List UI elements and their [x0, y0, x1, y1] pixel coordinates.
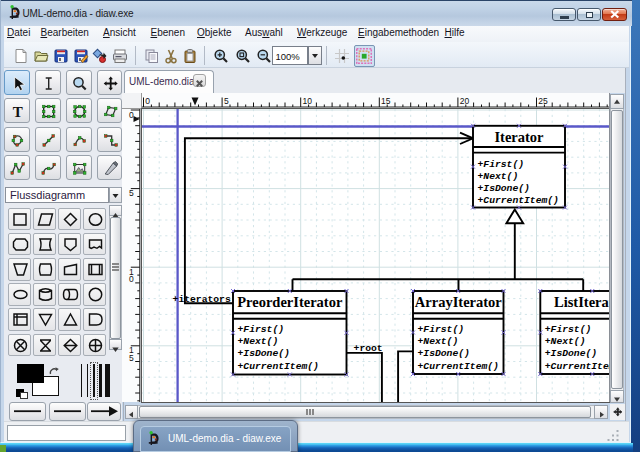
svg-text:+IsDone(): +IsDone() [417, 348, 469, 359]
svg-text:T: T [13, 104, 23, 120]
svg-text:+CurrentItem(): +CurrentItem() [477, 194, 558, 205]
svg-text:PreorderIterator: PreorderIterator [237, 294, 343, 310]
svg-text:25: 25 [538, 96, 548, 106]
svg-text:20: 20 [459, 96, 469, 106]
svg-text:ArrayIterator: ArrayIterator [414, 294, 502, 310]
svg-text:+Next(): +Next() [417, 335, 458, 346]
svg-text:0: 0 [129, 109, 134, 119]
svg-text:5: 5 [129, 352, 134, 362]
svg-text:+First(): +First() [237, 323, 284, 334]
svg-text:+Next(): +Next() [544, 335, 585, 346]
svg-text:0: 0 [145, 96, 150, 106]
svg-text:+IsDone(): +IsDone() [477, 182, 529, 193]
svg-text:15: 15 [381, 96, 391, 106]
svg-text:+root: +root [353, 342, 382, 353]
svg-text:+First(): +First() [477, 158, 524, 169]
svg-text:+First(): +First() [417, 323, 464, 334]
svg-text:10: 10 [302, 96, 312, 106]
svg-text:+Next(): +Next() [237, 335, 278, 346]
svg-text:ListIterator: ListIterator [554, 294, 609, 310]
svg-text:+CurrentItem(): +CurrentItem() [417, 360, 498, 371]
svg-text:+IsDone(): +IsDone() [237, 348, 289, 359]
svg-text:+First(): +First() [544, 323, 591, 334]
svg-text:5: 5 [129, 188, 134, 198]
svg-text:Iterator: Iterator [494, 129, 544, 145]
svg-text:+CurrentItem(): +CurrentItem() [544, 360, 608, 371]
svg-text:+Next(): +Next() [477, 170, 518, 181]
svg-text:+IsDone(): +IsDone() [544, 348, 596, 359]
svg-text:+CurrentItem(): +CurrentItem() [237, 360, 318, 371]
svg-text:+iterators: +iterators [172, 293, 230, 304]
svg-text:0: 0 [129, 274, 134, 284]
svg-text:5: 5 [223, 96, 228, 106]
